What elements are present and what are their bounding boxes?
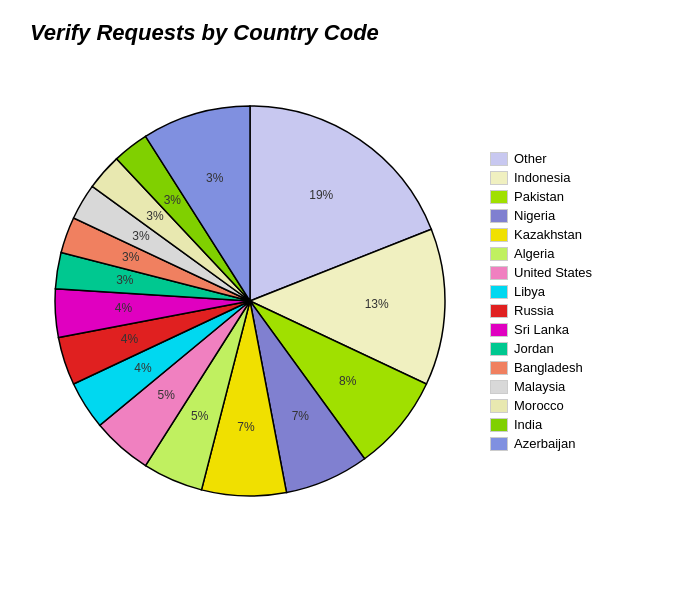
legend-item-jordan: Jordan [490,341,592,356]
pie-chart: 19%13%8%7%7%5%5%4%4%4%3%3%3%3%3%3% [20,56,480,546]
legend-label-sri-lanka: Sri Lanka [514,322,569,337]
legend: OtherIndonesiaPakistanNigeriaKazakhstanA… [490,151,592,451]
legend-color-nigeria [490,209,508,223]
legend-color-azerbaijan [490,437,508,451]
pie-label-jordan: 3% [116,273,134,287]
legend-label-russia: Russia [514,303,554,318]
pie-label-sri-lanka: 4% [115,301,133,315]
pie-label-russia: 4% [121,332,139,346]
legend-color-bangladesh [490,361,508,375]
legend-item-sri-lanka: Sri Lanka [490,322,592,337]
legend-label-libya: Libya [514,284,545,299]
legend-color-russia [490,304,508,318]
chart-area: 19%13%8%7%7%5%5%4%4%4%3%3%3%3%3%3% Other… [20,56,670,546]
pie-label-nigeria: 7% [292,409,310,423]
legend-label-other: Other [514,151,547,166]
legend-label-nigeria: Nigeria [514,208,555,223]
legend-label-india: India [514,417,542,432]
legend-item-russia: Russia [490,303,592,318]
pie-label-kazakhstan: 7% [237,420,255,434]
legend-label-malaysia: Malaysia [514,379,565,394]
pie-label-other: 19% [309,188,333,202]
legend-item-bangladesh: Bangladesh [490,360,592,375]
pie-label-india: 3% [164,193,182,207]
pie-label-libya: 4% [134,361,152,375]
legend-color-india [490,418,508,432]
legend-item-nigeria: Nigeria [490,208,592,223]
pie-label-azerbaijan: 3% [206,171,224,185]
pie-label-indonesia: 13% [365,297,389,311]
legend-color-algeria [490,247,508,261]
legend-label-algeria: Algeria [514,246,554,261]
legend-item-pakistan: Pakistan [490,189,592,204]
legend-color-jordan [490,342,508,356]
legend-color-malaysia [490,380,508,394]
legend-color-libya [490,285,508,299]
pie-label-malaysia: 3% [132,229,150,243]
legend-color-pakistan [490,190,508,204]
pie-label-united-states: 5% [158,388,176,402]
legend-color-kazakhstan [490,228,508,242]
legend-color-united-states [490,266,508,280]
legend-item-kazakhstan: Kazakhstan [490,227,592,242]
legend-label-azerbaijan: Azerbaijan [514,436,575,451]
legend-label-united-states: United States [514,265,592,280]
pie-label-morocco: 3% [146,209,164,223]
legend-label-indonesia: Indonesia [514,170,570,185]
chart-title: Verify Requests by Country Code [30,20,379,46]
legend-item-algeria: Algeria [490,246,592,261]
legend-item-morocco: Morocco [490,398,592,413]
legend-item-malaysia: Malaysia [490,379,592,394]
legend-item-india: India [490,417,592,432]
pie-label-pakistan: 8% [339,374,357,388]
legend-item-libya: Libya [490,284,592,299]
legend-label-bangladesh: Bangladesh [514,360,583,375]
legend-label-pakistan: Pakistan [514,189,564,204]
legend-color-indonesia [490,171,508,185]
legend-label-jordan: Jordan [514,341,554,356]
legend-color-sri-lanka [490,323,508,337]
pie-label-algeria: 5% [191,409,209,423]
legend-label-kazakhstan: Kazakhstan [514,227,582,242]
legend-item-united-states: United States [490,265,592,280]
legend-item-other: Other [490,151,592,166]
legend-color-morocco [490,399,508,413]
legend-item-azerbaijan: Azerbaijan [490,436,592,451]
legend-color-other [490,152,508,166]
legend-item-indonesia: Indonesia [490,170,592,185]
legend-label-morocco: Morocco [514,398,564,413]
pie-label-bangladesh: 3% [122,250,140,264]
